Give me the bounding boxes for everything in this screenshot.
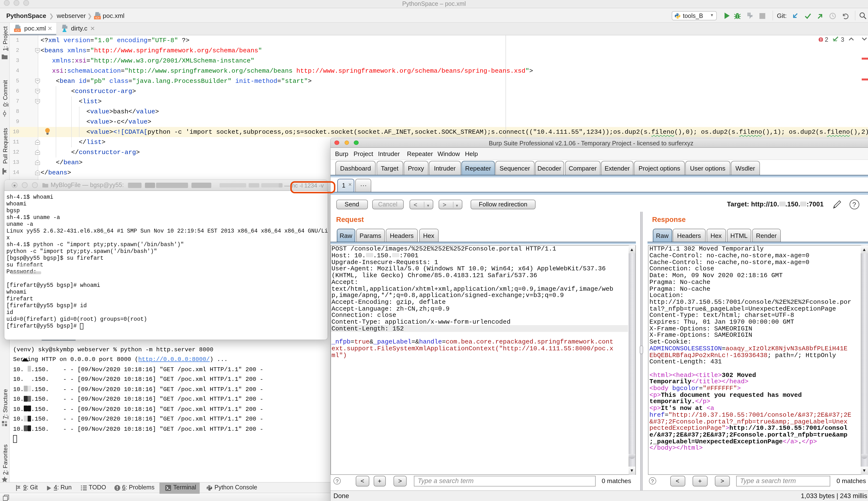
- svg-text:<>: <>: [95, 16, 99, 19]
- svg-text:<>: <>: [15, 28, 20, 32]
